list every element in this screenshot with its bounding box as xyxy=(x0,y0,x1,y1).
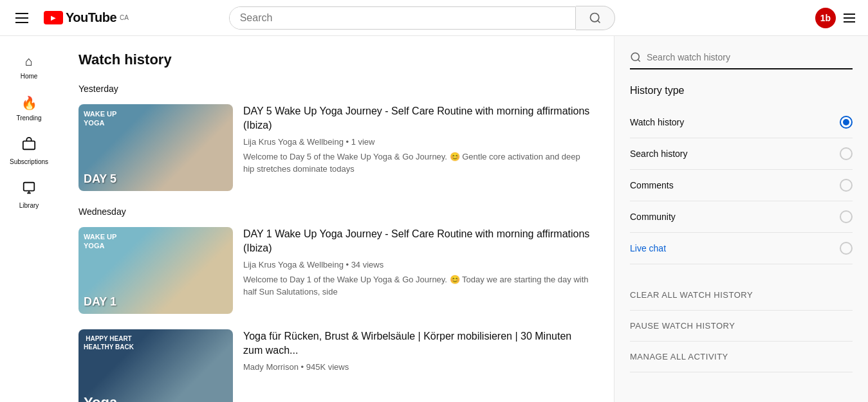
thumb-day-label-day5: DAY 5 xyxy=(84,173,116,186)
sidebar-label-library: Library xyxy=(19,202,39,209)
search-button[interactable] xyxy=(576,6,615,30)
thumb-title-day1: Wake upYoga xyxy=(84,232,116,251)
header-left: YouTubeCA xyxy=(10,8,129,28)
radio-watch-history[interactable]: Watch history xyxy=(630,107,853,138)
radio-circle-comments xyxy=(840,179,853,192)
right-panel: History type Watch history Search histor… xyxy=(614,36,868,402)
video-title-yoga3[interactable]: Yoga für Rücken, Brust & Wirbelsäule | K… xyxy=(243,329,593,358)
radio-comments[interactable]: Comments xyxy=(630,170,853,201)
svg-rect-3 xyxy=(24,183,35,191)
video-item-day1: Wake upYoga DAY 1 DAY 1 Wake Up Yoga Jou… xyxy=(78,227,593,314)
video-item-day5: Wake upYoga DAY 5 DAY 5 Wake Up Yoga Jou… xyxy=(78,104,593,191)
subscriptions-icon xyxy=(22,137,36,154)
search-icon xyxy=(589,12,602,24)
thumbnail-day5[interactable]: Wake upYoga DAY 5 xyxy=(78,104,233,191)
home-icon: ⌂ xyxy=(25,54,33,69)
thumb-day-label-day1: DAY 1 xyxy=(84,296,116,309)
sidebar-item-trending[interactable]: 🔥 Trending xyxy=(0,87,58,129)
main-content: Watch history Yesterday Wake upYoga DAY … xyxy=(58,36,614,402)
trending-icon: 🔥 xyxy=(21,95,37,111)
search-history-input[interactable] xyxy=(647,52,853,62)
header: YouTubeCA 1b xyxy=(0,0,868,36)
sidebar: ⌂ Home 🔥 Trending Subscriptions Library xyxy=(0,36,58,402)
page-title: Watch history xyxy=(78,51,593,68)
video-desc-day5: Welcome to Day 5 of the Wake Up Yoga & G… xyxy=(243,151,593,176)
video-channel-day5: Lija Krus Yoga & Wellbeing • 1 view xyxy=(243,137,593,147)
video-desc-day1: Welcome to Day 1 of the Wake Up Yoga & G… xyxy=(243,273,593,298)
section-date-wednesday: Wednesday xyxy=(78,206,593,217)
radio-circle-community xyxy=(840,210,853,223)
radio-label-comments: Comments xyxy=(630,180,674,190)
search-history-icon xyxy=(630,51,642,63)
search-input[interactable] xyxy=(230,7,575,29)
avatar-button[interactable]: 1b xyxy=(815,8,836,28)
header-right: 1b xyxy=(815,8,858,28)
logo-text: YouTube xyxy=(66,10,116,25)
radio-circle-search xyxy=(840,147,853,160)
clear-watch-history-link[interactable]: CLEAR ALL WATCH HISTORY xyxy=(630,280,853,311)
sidebar-item-subscriptions[interactable]: Subscriptions xyxy=(0,129,58,173)
thumb-happy-back: HAPPY HEARTHEALTHY BACK xyxy=(84,334,134,351)
hamburger-menu[interactable] xyxy=(10,8,33,28)
thumbnail-day1[interactable]: Wake upYoga DAY 1 xyxy=(78,227,233,314)
video-channel-day1: Lija Krus Yoga & Wellbeing • 34 views xyxy=(243,260,593,270)
video-info-day5: DAY 5 Wake Up Yoga Journey - Self Care R… xyxy=(243,104,593,191)
svg-point-0 xyxy=(590,13,598,21)
radio-search-history[interactable]: Search history xyxy=(630,138,853,170)
radio-livechat[interactable]: Live chat xyxy=(630,233,853,264)
sidebar-label-subscriptions: Subscriptions xyxy=(10,158,48,165)
svg-point-4 xyxy=(631,53,639,60)
svg-line-1 xyxy=(598,20,600,23)
sidebar-label-home: Home xyxy=(21,73,38,80)
section-date-yesterday: Yesterday xyxy=(78,84,593,94)
search-history-wrap xyxy=(630,51,853,69)
svg-line-5 xyxy=(638,59,640,61)
action-links: CLEAR ALL WATCH HISTORY PAUSE WATCH HIST… xyxy=(630,280,853,372)
logo-icon xyxy=(44,11,63,24)
radio-community[interactable]: Community xyxy=(630,201,853,233)
sidebar-item-library[interactable]: Library xyxy=(0,173,58,217)
youtube-logo[interactable]: YouTubeCA xyxy=(44,10,129,25)
radio-circle-livechat xyxy=(840,242,853,255)
thumb-bg-day5: Wake upYoga DAY 5 xyxy=(78,104,233,191)
thumb-title-day5: Wake upYoga xyxy=(84,109,116,128)
video-info-yoga3: Yoga für Rücken, Brust & Wirbelsäule | K… xyxy=(243,329,593,402)
section-wednesday: Wednesday Wake upYoga DAY 1 DAY 1 Wake U… xyxy=(78,206,593,402)
thumb-bg-yoga3: HAPPY HEARTHEALTHY BACK Yoga xyxy=(78,329,233,402)
menu-lines-icon[interactable] xyxy=(841,11,858,25)
video-item-yoga3: HAPPY HEARTHEALTHY BACK Yoga Yoga für Rü… xyxy=(78,329,593,402)
search-input-wrap xyxy=(229,6,576,30)
video-channel-yoga3: Mady Morrison • 945K views xyxy=(243,362,593,372)
thumbnail-yoga3[interactable]: HAPPY HEARTHEALTHY BACK Yoga xyxy=(78,329,233,402)
svg-rect-2 xyxy=(23,141,35,149)
thumb-yoga-label: Yoga xyxy=(84,394,117,402)
video-title-day1[interactable]: DAY 1 Wake Up Yoga Journey - Self Care R… xyxy=(243,227,593,256)
video-title-day5[interactable]: DAY 5 Wake Up Yoga Journey - Self Care R… xyxy=(243,104,593,133)
sidebar-label-trending: Trending xyxy=(16,114,41,122)
pause-watch-history-link[interactable]: PAUSE WATCH HISTORY xyxy=(630,311,853,342)
radio-label-livechat: Live chat xyxy=(630,243,666,253)
radio-label-watch: Watch history xyxy=(630,117,684,127)
yt-icon xyxy=(44,11,63,24)
radio-circle-watch xyxy=(840,116,853,129)
thumb-bg-day1: Wake upYoga DAY 1 xyxy=(78,227,233,314)
sidebar-item-home[interactable]: ⌂ Home xyxy=(0,46,58,87)
radio-group: Watch history Search history Comments Co… xyxy=(630,107,853,264)
logo-ca: CA xyxy=(120,14,129,21)
radio-label-search: Search history xyxy=(630,149,687,159)
history-type-title: History type xyxy=(630,85,853,96)
radio-label-community: Community xyxy=(630,212,676,222)
search-bar xyxy=(229,6,615,30)
manage-all-activity-link[interactable]: MANAGE ALL ACTIVITY xyxy=(630,342,853,372)
section-yesterday: Yesterday Wake upYoga DAY 5 DAY 5 Wake U… xyxy=(78,84,593,191)
library-icon xyxy=(22,181,36,198)
video-info-day1: DAY 1 Wake Up Yoga Journey - Self Care R… xyxy=(243,227,593,314)
